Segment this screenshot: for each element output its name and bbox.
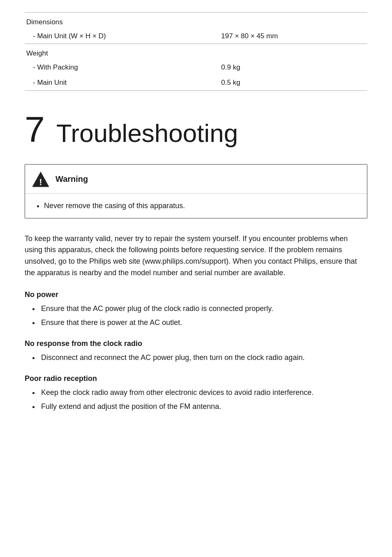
dimensions-row-label: - Main Unit (W × H × D) [25,28,205,44]
section-1: No response from the clock radioDisconne… [25,339,367,364]
section-item-0-0: Ensure that the AC power plug of the clo… [39,303,367,315]
dimensions-label: Dimensions [25,13,205,28]
section-title-1: No response from the clock radio [25,339,367,348]
weight-row-value: 0.9 kg [205,60,367,75]
weight-row-label: - Main Unit [25,75,205,91]
warning-icon: ! [32,170,50,188]
weight-label: Weight [25,44,205,60]
section-2: Poor radio receptionKeep the clock radio… [25,374,367,413]
weight-row-0: - With Packing 0.9 kg [25,60,367,75]
dimensions-header-row: Dimensions [25,13,367,28]
weight-row-1: - Main Unit 0.5 kg [25,75,367,91]
dimensions-row-value: 197 × 80 × 45 mm [205,28,367,44]
warning-list: Never remove the casing of this apparatu… [40,200,357,211]
weight-row-label: - With Packing [25,60,205,75]
weight-header-row: Weight [25,44,367,60]
section-title-0: No power [25,290,367,299]
dimensions-value-empty [205,13,367,28]
sections-container: No powerEnsure that the AC power plug of… [25,290,367,412]
section-item-0-1: Ensure that there is power at the AC out… [39,317,367,329]
section-0: No powerEnsure that the AC power plug of… [25,290,367,329]
weight-row-value: 0.5 kg [205,75,367,91]
section-item-2-1: Fully extend and adjust the position of … [39,401,367,413]
section-list-1: Disconnect and reconnect the AC power pl… [25,352,367,364]
section-list-0: Ensure that the AC power plug of the clo… [25,303,367,329]
section-title-2: Poor radio reception [25,374,367,383]
body-text: To keep the warranty valid, never try to… [25,233,367,279]
warning-label: Warning [55,174,88,184]
warning-box: ! Warning Never remove the casing of thi… [25,164,367,218]
warning-header: ! Warning [25,165,367,194]
dimensions-sub-row: - Main Unit (W × H × D) 197 × 80 × 45 mm [25,28,367,44]
weight-value-empty [205,44,367,60]
section-item-2-0: Keep the clock radio away from other ele… [39,387,367,399]
warning-content: Never remove the casing of this apparatu… [25,194,367,218]
chapter-heading: 7 Troubleshooting [25,111,367,148]
chapter-title: Troubleshooting [56,121,238,146]
specs-table: Dimensions - Main Unit (W × H × D) 197 ×… [25,12,367,91]
svg-text:!: ! [39,177,42,187]
chapter-number: 7 [25,111,45,148]
section-list-2: Keep the clock radio away from other ele… [25,387,367,413]
section-item-1-0: Disconnect and reconnect the AC power pl… [39,352,367,364]
warning-item-0: Never remove the casing of this apparatu… [44,200,357,211]
page: Dimensions - Main Unit (W × H × D) 197 ×… [0,0,392,557]
